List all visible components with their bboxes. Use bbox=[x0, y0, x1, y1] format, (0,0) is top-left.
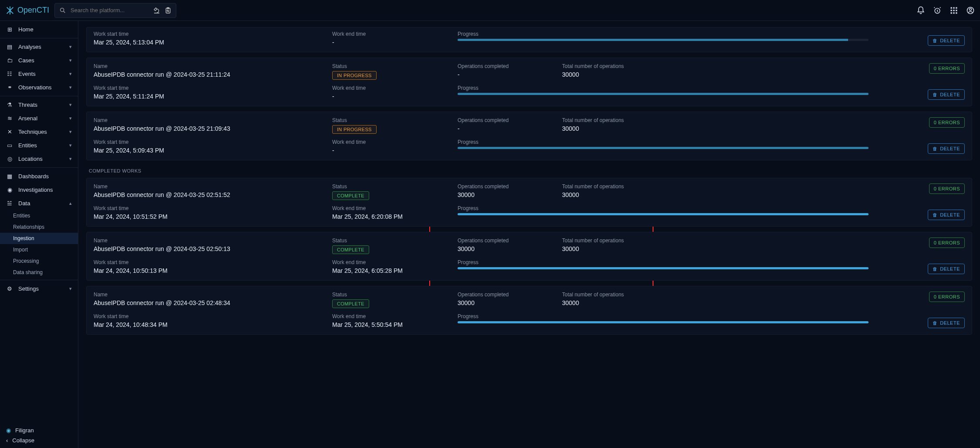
errors-button[interactable]: 0 ERRORS bbox=[929, 63, 965, 74]
delete-button[interactable]: 🗑 DELETE bbox=[928, 264, 965, 274]
nav-data[interactable]: ☱ Data ▴ bbox=[0, 197, 78, 210]
nav-settings[interactable]: ⚙ Settings ▾ bbox=[0, 282, 78, 295]
status-label: Status bbox=[332, 238, 454, 244]
search-box[interactable] bbox=[54, 3, 176, 18]
name-value: AbuseIPDB connector run @ 2024-03-25 02:… bbox=[94, 299, 329, 306]
sidebar: ⊞ Home ▤ Analyses ▾ 🗀 Cases ▾ ☷ Events ▾… bbox=[0, 21, 78, 448]
trash-icon: 🗑 bbox=[933, 38, 938, 43]
nav-investigations[interactable]: ◉ Investigations bbox=[0, 183, 78, 197]
work-end-value: - bbox=[332, 93, 454, 100]
account-icon[interactable] bbox=[966, 6, 975, 15]
work-end-value: - bbox=[332, 39, 454, 46]
errors-button[interactable]: 0 ERRORS bbox=[929, 183, 965, 194]
status-badge: COMPLETE bbox=[332, 299, 369, 308]
nav-data-processing[interactable]: Processing bbox=[0, 255, 78, 267]
nav-label: Locations bbox=[18, 156, 43, 162]
ops-completed-label: Operations completed bbox=[458, 117, 559, 123]
ops-completed-value: 30000 bbox=[458, 191, 559, 198]
svg-rect-11 bbox=[953, 10, 954, 11]
progress-label: Progress bbox=[458, 313, 869, 319]
chevron-down-icon: ▾ bbox=[69, 286, 72, 292]
progress-label: Progress bbox=[458, 259, 869, 265]
alarm-icon[interactable] bbox=[933, 6, 942, 15]
folder-icon: ▭ bbox=[6, 142, 13, 149]
status-badge: IN PROGRESS bbox=[332, 125, 377, 134]
total-ops-label: Total number of operations bbox=[562, 117, 869, 123]
work-start-label: Work start time bbox=[94, 85, 329, 91]
app-logo[interactable]: OpenCTI bbox=[5, 6, 49, 15]
errors-button[interactable]: 0 ERRORS bbox=[929, 238, 965, 248]
errors-button[interactable]: 0 ERRORS bbox=[929, 117, 965, 128]
nav-cases[interactable]: 🗀 Cases ▾ bbox=[0, 54, 78, 67]
svg-rect-7 bbox=[951, 7, 952, 8]
ops-completed-label: Operations completed bbox=[458, 292, 559, 298]
nav-dashboards[interactable]: ▦ Dashboards bbox=[0, 170, 78, 183]
svg-rect-8 bbox=[953, 7, 954, 8]
target-icon: ◉ bbox=[6, 187, 13, 193]
nav-data-sharing[interactable]: Data sharing bbox=[0, 267, 78, 278]
tools-icon: ✕ bbox=[6, 129, 13, 135]
work-end-value: Mar 25, 2024, 5:50:54 PM bbox=[332, 321, 454, 328]
nav-locations[interactable]: ◎ Locations ▾ bbox=[0, 152, 78, 166]
delete-button[interactable]: 🗑 DELETE bbox=[928, 89, 965, 100]
nav-label: Events bbox=[18, 71, 36, 77]
nav-label: Arsenal bbox=[18, 115, 37, 122]
svg-point-0 bbox=[61, 8, 64, 11]
trash-icon: 🗑 bbox=[933, 266, 938, 272]
home-icon: ⊞ bbox=[6, 26, 13, 33]
nav-label: Settings bbox=[18, 285, 39, 292]
work-start-label: Work start time bbox=[94, 259, 329, 265]
trash-icon: 🗑 bbox=[933, 320, 938, 326]
chevron-down-icon: ▾ bbox=[69, 115, 72, 121]
nav-label: Entities bbox=[18, 142, 37, 149]
nav-entities[interactable]: ▭ Entities ▾ bbox=[0, 139, 78, 152]
delete-button[interactable]: 🗑 DELETE bbox=[928, 318, 965, 328]
delete-button[interactable]: 🗑 DELETE bbox=[928, 210, 965, 220]
layers-icon: ≋ bbox=[6, 115, 13, 122]
work-card: Name AbuseIPDB connector run @ 2024-03-2… bbox=[86, 112, 972, 160]
delete-button[interactable]: 🗑 DELETE bbox=[928, 35, 965, 46]
nav-threats[interactable]: ⚗ Threats ▾ bbox=[0, 98, 78, 112]
nav-events[interactable]: ☷ Events ▾ bbox=[0, 67, 78, 81]
chevron-down-icon: ▾ bbox=[69, 143, 72, 148]
nav-data-entities[interactable]: Entities bbox=[0, 210, 78, 221]
apps-icon[interactable] bbox=[950, 6, 958, 15]
binoculars-icon: ⚭ bbox=[6, 84, 13, 91]
filigran-link[interactable]: ◉ Filigran bbox=[6, 427, 72, 434]
work-end-value: Mar 25, 2024, 6:20:08 PM bbox=[332, 213, 454, 220]
clipboard-search-icon[interactable] bbox=[165, 7, 172, 14]
nav-data-import[interactable]: Import bbox=[0, 244, 78, 255]
nav-data-relationships[interactable]: Relationships bbox=[0, 221, 78, 233]
nav-data-ingestion[interactable]: Ingestion bbox=[0, 233, 78, 244]
search-input[interactable] bbox=[71, 7, 149, 14]
ops-completed-label: Operations completed bbox=[458, 183, 559, 190]
collapse-button[interactable]: ‹ Collapse bbox=[6, 437, 72, 444]
progress-bar bbox=[458, 267, 869, 269]
errors-button[interactable]: 0 ERRORS bbox=[929, 292, 965, 302]
ops-completed-value: - bbox=[458, 71, 559, 78]
ops-completed-label: Operations completed bbox=[458, 63, 559, 69]
microscope-icon[interactable] bbox=[153, 7, 160, 14]
status-label: Status bbox=[332, 183, 454, 190]
name-value: AbuseIPDB connector run @ 2024-03-25 02:… bbox=[94, 191, 329, 198]
progress-bar bbox=[458, 147, 869, 149]
bell-icon[interactable] bbox=[916, 6, 925, 15]
svg-point-4 bbox=[167, 10, 168, 11]
nav-techniques[interactable]: ✕ Techniques ▾ bbox=[0, 125, 78, 139]
database-icon: ☱ bbox=[6, 200, 13, 207]
nav-arsenal[interactable]: ≋ Arsenal ▾ bbox=[0, 112, 78, 125]
btn-label: DELETE bbox=[940, 266, 960, 272]
location-icon: ◎ bbox=[6, 156, 13, 162]
total-ops-label: Total number of operations bbox=[562, 183, 869, 190]
btn-label: DELETE bbox=[940, 92, 960, 97]
progress-label: Progress bbox=[458, 139, 869, 145]
delete-button[interactable]: 🗑 DELETE bbox=[928, 143, 965, 154]
btn-label: DELETE bbox=[940, 320, 960, 326]
name-label: Name bbox=[94, 63, 329, 69]
nav-analyses[interactable]: ▤ Analyses ▾ bbox=[0, 40, 78, 54]
chevron-down-icon: ▾ bbox=[69, 156, 72, 162]
nav-label: Investigations bbox=[18, 187, 53, 193]
nav-observations[interactable]: ⚭ Observations ▾ bbox=[0, 81, 78, 94]
nav-home[interactable]: ⊞ Home bbox=[0, 23, 78, 36]
search-icon bbox=[59, 7, 66, 14]
